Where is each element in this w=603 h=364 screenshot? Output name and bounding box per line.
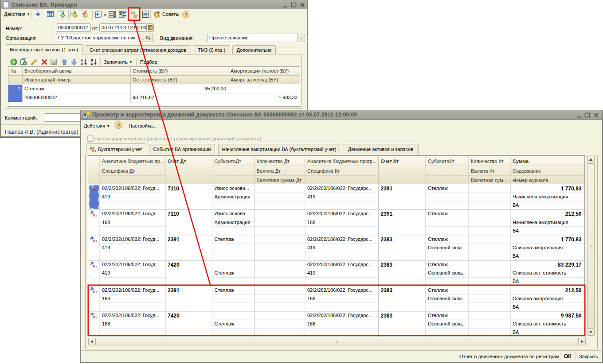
svg-text:Я: Я: [81, 62, 83, 66]
svg-text:ГОК: ГОК: [52, 63, 56, 65]
svg-text:?: ?: [157, 11, 160, 17]
svg-text:А: А: [90, 62, 93, 66]
